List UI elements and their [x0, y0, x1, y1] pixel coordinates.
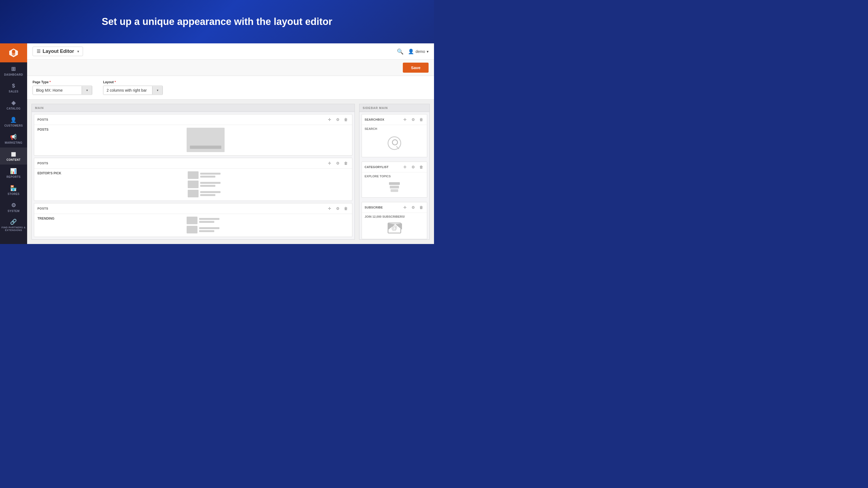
- categorylist-actions: ✛ ⚙ 🗑: [402, 164, 424, 170]
- widget-posts-3-move[interactable]: ✛: [327, 205, 333, 212]
- sidebar-column-header: SIDEBAR MAIN: [359, 104, 430, 112]
- searchbox-sublabel: SEARCH: [365, 127, 424, 130]
- widget-posts-1-header: POSTS ✛ ⚙ 🗑: [34, 115, 352, 125]
- searchbox-actions: ✛ ⚙ 🗑: [402, 117, 424, 123]
- widget-posts-3-settings[interactable]: ⚙: [335, 205, 341, 212]
- layout-group: Layout* 2 columns with right bar ▾: [103, 80, 163, 95]
- system-icon: ⚙: [11, 202, 16, 208]
- trending-item-1: [187, 217, 225, 224]
- list-item-3: [188, 190, 226, 197]
- page-type-label: Page Type*: [33, 80, 92, 84]
- sidebar-item-partners[interactable]: 🔗 FIND PARTNERS & EXTENSIONS: [0, 216, 27, 234]
- partners-icon: 🔗: [10, 219, 17, 225]
- user-menu[interactable]: 👤 demo ▾: [408, 48, 429, 55]
- email-at-symbol: @: [392, 225, 397, 231]
- page-type-select[interactable]: Blog MX: Home ▾: [33, 86, 92, 95]
- sidebar-item-marketing[interactable]: 📢 MARKETING: [0, 130, 27, 148]
- page-type-value: Blog MX: Home: [33, 86, 82, 95]
- search-large-icon: [388, 136, 401, 150]
- category-icon: [365, 180, 424, 194]
- search-icon-container: [365, 133, 424, 154]
- widget-posts-1-move[interactable]: ✛: [327, 117, 333, 123]
- searchbox-tag: SEARCHBOX: [365, 118, 400, 121]
- sales-icon: $: [12, 83, 15, 89]
- sidebar-logo: [0, 43, 27, 62]
- main-column-header: MAIN: [31, 104, 355, 112]
- categorylist-settings[interactable]: ⚙: [410, 164, 416, 170]
- layout-dropdown-btn[interactable]: ▾: [152, 86, 162, 94]
- searchbox-delete[interactable]: 🗑: [418, 117, 424, 123]
- widget-posts-1-tag: POSTS: [37, 118, 324, 121]
- widget-posts-1-preview: [62, 128, 349, 152]
- categorylist-move[interactable]: ✛: [402, 164, 408, 170]
- subscribe-actions: ✛ ⚙ 🗑: [402, 204, 424, 210]
- content-icon: ▦: [11, 151, 16, 157]
- widget-posts-2-label: EDITOR'S PICK: [37, 171, 61, 175]
- widget-posts-3-delete[interactable]: 🗑: [343, 205, 349, 212]
- save-toolbar: Save: [27, 60, 434, 76]
- topbar-title-button[interactable]: ☰ Layout Editor ▾: [33, 46, 83, 56]
- user-dropdown-arrow: ▾: [427, 50, 429, 54]
- widget-posts-2: POSTS ✛ ⚙ 🗑 EDITOR'S PICK: [34, 158, 352, 201]
- layout-value: 2 columns with right bar: [103, 86, 152, 95]
- widget-posts-1-label: POSTS: [37, 128, 59, 131]
- widget-posts-3-body: TRENDING: [34, 214, 352, 237]
- sidebar-item-content[interactable]: ▦ CONTENT: [0, 148, 27, 165]
- widget-posts-2-header: POSTS ✛ ⚙ 🗑: [34, 158, 352, 169]
- sidebar-widget-subscribe: SUBSCRIBE ✛ ⚙ 🗑 JOIN 12,000 SUBSCRIBERS!: [362, 202, 427, 239]
- email-icon: @: [388, 223, 401, 233]
- searchbox-settings[interactable]: ⚙: [410, 117, 416, 123]
- save-button[interactable]: Save: [403, 63, 429, 73]
- sidebar-item-customers[interactable]: 👤 CUSTOMERS: [0, 113, 27, 130]
- sidebar-item-stores[interactable]: 🏪 STORES: [0, 182, 27, 199]
- widget-posts-2-body: EDITOR'S PICK: [34, 169, 352, 201]
- widget-posts-1: POSTS ✛ ⚙ 🗑 POSTS: [34, 114, 352, 156]
- categorylist-delete[interactable]: 🗑: [418, 164, 424, 170]
- hero-banner: Set up a unique appearance with the layo…: [0, 0, 434, 43]
- reports-icon: 📊: [10, 168, 17, 174]
- widget-posts-2-delete[interactable]: 🗑: [343, 160, 349, 166]
- categorylist-header: CATEGORYLIST ✛ ⚙ 🗑: [362, 162, 427, 172]
- sidebar-item-catalog[interactable]: ◈ CATALOG: [0, 96, 27, 113]
- sidebar-column-body: SEARCHBOX ✛ ⚙ 🗑 SEARCH: [359, 112, 430, 240]
- list-item-2: [188, 181, 226, 188]
- content-area: ☰ Layout Editor ▾ 🔍 👤 demo ▾ Save: [27, 43, 434, 244]
- widget-posts-3: POSTS ✛ ⚙ 🗑 TRENDING: [34, 203, 352, 237]
- sidebar-item-reports[interactable]: 📊 REPORTS: [0, 165, 27, 182]
- user-name: demo: [415, 50, 425, 54]
- topbar: ☰ Layout Editor ▾ 🔍 👤 demo ▾: [27, 43, 434, 60]
- widget-posts-2-move[interactable]: ✛: [327, 160, 333, 166]
- sidebar-column: SIDEBAR MAIN SEARCHBOX ✛ ⚙ 🗑: [359, 104, 430, 240]
- widget-posts-1-settings[interactable]: ⚙: [335, 117, 341, 123]
- search-button[interactable]: 🔍: [397, 48, 404, 55]
- page-config: Page Type* Blog MX: Home ▾ Layout* 2 col…: [27, 76, 434, 99]
- sidebar-item-dashboard[interactable]: ⊞ DASHBOARD: [0, 62, 27, 79]
- subscribe-delete[interactable]: 🗑: [418, 204, 424, 210]
- subscribe-header: SUBSCRIBE ✛ ⚙ 🗑: [362, 202, 427, 213]
- customers-icon: 👤: [10, 117, 17, 123]
- marketing-icon: 📢: [10, 134, 17, 140]
- sidebar-item-system[interactable]: ⚙ SYSTEM: [0, 199, 27, 216]
- layout-select[interactable]: 2 columns with right bar ▾: [103, 86, 163, 95]
- categorylist-tag: CATEGORYLIST: [365, 165, 400, 169]
- stores-icon: 🏪: [10, 185, 17, 191]
- subscribe-move[interactable]: ✛: [402, 204, 408, 210]
- widget-posts-1-delete[interactable]: 🗑: [343, 117, 349, 123]
- searchbox-move[interactable]: ✛: [402, 117, 408, 123]
- subscribe-body: JOIN 12,000 SUBSCRIBERS! @: [362, 213, 427, 239]
- widget-posts-2-settings[interactable]: ⚙: [335, 160, 341, 166]
- email-icon-container: @: [365, 220, 424, 236]
- subscribe-tag: SUBSCRIBE: [365, 206, 400, 209]
- subscribe-settings[interactable]: ⚙: [410, 204, 416, 210]
- sidebar-widget-categorylist: CATEGORYLIST ✛ ⚙ 🗑 EXPLORE TOPICS: [362, 162, 427, 198]
- widget-posts-1-actions: ✛ ⚙ 🗑: [327, 117, 349, 123]
- menu-icon: ☰: [37, 49, 40, 54]
- widget-posts-2-actions: ✛ ⚙ 🗑: [327, 160, 349, 166]
- categorylist-body: EXPLORE TOPICS: [362, 172, 427, 197]
- searchbox-header: SEARCHBOX ✛ ⚙ 🗑: [362, 115, 427, 125]
- sidebar-item-sales[interactable]: $ SALES: [0, 79, 27, 96]
- layout-editor: MAIN POSTS ✛ ⚙ 🗑 POSTS: [27, 99, 434, 244]
- page-type-dropdown-btn[interactable]: ▾: [82, 86, 92, 94]
- widget-posts-3-placeholder: [187, 217, 225, 233]
- dashboard-icon: ⊞: [11, 66, 16, 72]
